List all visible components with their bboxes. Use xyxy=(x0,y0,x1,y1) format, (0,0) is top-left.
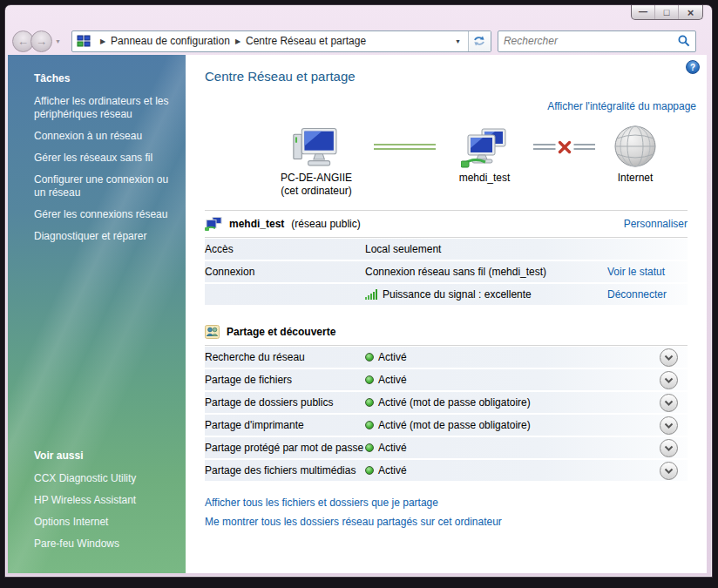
close-icon: × xyxy=(688,6,694,19)
address-dropdown[interactable]: ▼ xyxy=(448,31,468,51)
sharing-row-file-sharing: Partage de fichiers Activé xyxy=(205,369,688,390)
row-label: Connexion xyxy=(205,266,365,278)
status-text: Activé (mot de passe obligatoire) xyxy=(378,419,531,431)
map-connection-internet xyxy=(533,144,595,150)
sharing-row-public-folders: Partage de dossiers publics Activé (mot … xyxy=(205,392,688,413)
footer-links: Afficher tous les fichiers et dossiers q… xyxy=(205,497,698,528)
refresh-button[interactable] xyxy=(468,31,491,51)
view-full-map-link[interactable]: Afficher l'intégralité du mappage xyxy=(547,100,696,112)
status-text: Activé xyxy=(378,464,407,476)
expand-media-sharing-button[interactable] xyxy=(660,462,678,480)
refresh-icon xyxy=(472,35,486,47)
network-row-connection: Connexion Connexion réseau sans fil (meh… xyxy=(205,261,688,282)
tasks-sidebar: Tâches Afficher les ordinateurs et les p… xyxy=(8,55,186,573)
minimize-icon: — xyxy=(639,10,647,15)
sidebar-item-ccx-diagnostic[interactable]: CCX Diagnostic Utility xyxy=(34,472,173,485)
explorer-window: — □ × ← → ▼ ▶ Panneau de configuration ▶… xyxy=(4,4,713,578)
sidebar-item-hp-wireless[interactable]: HP Wireless Assistant xyxy=(34,494,173,507)
row-value: Connexion réseau sans fil (mehdi_test) xyxy=(365,266,607,278)
page-title: Centre Réseau et partage xyxy=(205,69,698,84)
help-button[interactable]: ? xyxy=(686,60,700,74)
tasks-header: Tâches xyxy=(34,72,173,84)
minimize-button[interactable]: — xyxy=(632,5,655,19)
network-name: mehdi_test xyxy=(229,218,284,230)
maximize-button[interactable]: □ xyxy=(655,5,679,19)
row-label: Partage d'imprimante xyxy=(205,419,365,431)
status-on-icon xyxy=(365,421,374,429)
network-row-access: Accès Local seulement xyxy=(205,239,688,260)
personalize-link[interactable]: Personnaliser xyxy=(624,218,688,230)
help-icon: ? xyxy=(690,63,695,72)
disconnect-link[interactable]: Déconnecter xyxy=(607,288,667,301)
chevron-down-icon: ▼ xyxy=(55,38,61,44)
expand-network-discovery-button[interactable] xyxy=(660,348,678,367)
sidebar-item-manage-wireless[interactable]: Gérer les réseaux sans fil xyxy=(34,152,173,165)
forward-button[interactable]: → xyxy=(30,30,52,52)
network-center-icon xyxy=(77,35,91,48)
sidebar-item-view-computers[interactable]: Afficher les ordinateurs et les périphér… xyxy=(34,95,173,121)
show-shared-files-link[interactable]: Afficher tous les fichiers et dossiers q… xyxy=(205,497,698,509)
network-kind: (réseau public) xyxy=(291,218,360,230)
row-value: Local seulement xyxy=(365,243,607,255)
map-label-network: mehdi_test xyxy=(459,172,511,185)
globe-icon xyxy=(613,123,657,168)
sidebar-item-diagnose-repair[interactable]: Diagnostiquer et réparer xyxy=(34,230,173,243)
sharing-row-printer: Partage d'imprimante Activé (mot de pass… xyxy=(205,415,688,436)
expand-file-sharing-button[interactable] xyxy=(660,371,678,389)
search-input[interactable] xyxy=(504,35,678,47)
sidebar-item-connect-network[interactable]: Connexion à un réseau xyxy=(34,130,173,143)
chevron-down-icon xyxy=(664,377,674,383)
breadcrumb-arrow-icon: ▶ xyxy=(100,37,105,45)
row-label: Partage des fichiers multimédias xyxy=(205,464,365,476)
sidebar-item-internet-options[interactable]: Options Internet xyxy=(34,516,173,529)
view-status-link[interactable]: Voir le statut xyxy=(607,266,665,278)
toolbar: ← → ▼ ▶ Panneau de configuration ▶ Centr… xyxy=(5,28,712,54)
map-label-internet: Internet xyxy=(618,172,654,185)
connection-error-x-icon xyxy=(555,139,573,154)
map-label-pc-sub: (cet ordinateur) xyxy=(281,185,351,198)
row-label: Partage de dossiers publics xyxy=(205,396,365,409)
network-small-icon xyxy=(205,217,222,231)
status-text: Activé xyxy=(378,374,407,386)
search-icon xyxy=(678,35,690,47)
network-icon xyxy=(461,123,508,168)
see-also-header: Voir aussi xyxy=(34,449,173,462)
chevron-down-icon xyxy=(664,468,674,474)
expand-printer-sharing-button[interactable] xyxy=(660,416,678,435)
chevron-down-icon xyxy=(664,445,674,451)
map-node-internet[interactable]: Internet xyxy=(595,123,675,185)
close-button[interactable]: × xyxy=(679,5,702,19)
chevron-down-icon: ▼ xyxy=(455,38,461,44)
sharing-title: Partage et découverte xyxy=(227,326,335,338)
status-on-icon xyxy=(365,398,374,407)
status-on-icon xyxy=(365,353,374,362)
signal-strength-icon xyxy=(365,289,378,300)
row-label: Accès xyxy=(205,243,365,255)
sidebar-item-windows-firewall[interactable]: Pare-feu Windows xyxy=(34,537,173,551)
sidebar-item-manage-connections[interactable]: Gérer les connexions réseau xyxy=(34,208,173,221)
map-label-pc: PC-DE-ANGIIE xyxy=(281,172,352,185)
search-box xyxy=(498,30,696,52)
history-dropdown[interactable]: ▼ xyxy=(55,38,61,44)
sidebar-item-setup-connection[interactable]: Configurer une connexion ou un réseau xyxy=(34,173,173,199)
row-label: Partage protégé par mot de passe xyxy=(205,442,365,454)
show-shared-folders-link[interactable]: Me montrer tous les dossiers réseau part… xyxy=(205,516,698,528)
breadcrumb-control-panel[interactable]: Panneau de configuration xyxy=(111,35,230,47)
status-on-icon xyxy=(365,375,374,384)
address-bar[interactable]: ▶ Panneau de configuration ▶ Centre Rése… xyxy=(71,30,491,52)
status-on-icon xyxy=(365,443,374,452)
maximize-icon: □ xyxy=(664,7,670,17)
network-status-section: mehdi_test (réseau public) Personnaliser… xyxy=(205,210,688,305)
sharing-section: Partage et découverte Recherche du résea… xyxy=(205,319,688,481)
expand-password-protected-button[interactable] xyxy=(660,439,678,457)
row-label: Partage de fichiers xyxy=(205,374,365,386)
map-connection-local xyxy=(374,144,436,150)
map-node-this-computer[interactable]: PC-DE-ANGIIE (cet ordinateur) xyxy=(259,123,374,198)
back-icon: ← xyxy=(17,35,29,48)
chevron-down-icon xyxy=(664,400,674,406)
expand-public-folders-button[interactable] xyxy=(660,394,678,412)
breadcrumb-network-center[interactable]: Centre Réseau et partage xyxy=(246,35,366,47)
map-node-network[interactable]: mehdi_test xyxy=(436,123,533,185)
forward-icon: → xyxy=(36,35,47,48)
window-controls: — □ × xyxy=(631,5,703,20)
